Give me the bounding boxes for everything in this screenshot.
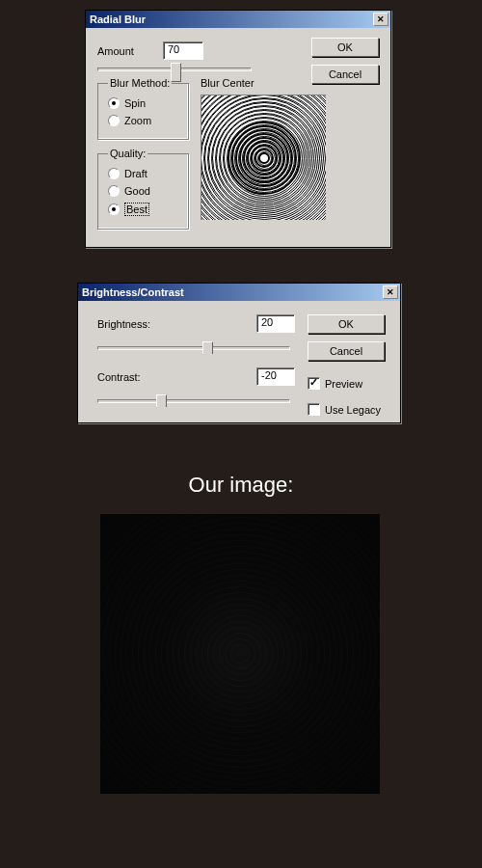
cancel-button[interactable]: Cancel	[308, 341, 385, 361]
window-title: Brightness/Contrast	[82, 286, 184, 298]
preview-checkbox[interactable]: Preview	[308, 374, 387, 393]
amount-label: Amount	[97, 45, 134, 57]
radio-spin[interactable]: Spin	[108, 95, 178, 112]
checkbox-icon	[308, 377, 320, 390]
titlebar[interactable]: Radial Blur ✕	[86, 11, 390, 28]
close-icon[interactable]: ✕	[383, 285, 398, 299]
legacy-label: Use Legacy	[325, 404, 381, 416]
slider-thumb[interactable]	[202, 341, 213, 355]
radio-label: Zoom	[124, 115, 151, 126]
checkbox-icon	[308, 403, 320, 416]
radio-label: Spin	[124, 97, 146, 109]
quality-group: Quality: Draft Good Best	[97, 148, 189, 230]
blur-method-legend: Blur Method:	[108, 77, 172, 89]
close-icon[interactable]: ✕	[373, 13, 388, 26]
contrast-input[interactable]: -20	[256, 367, 295, 386]
brightness-contrast-dialog: Brightness/Contrast ✕ OK Cancel Preview …	[77, 283, 401, 423]
ok-button[interactable]: OK	[308, 314, 385, 334]
slider-thumb[interactable]	[156, 394, 167, 408]
radio-icon	[108, 115, 120, 126]
legacy-checkbox[interactable]: Use Legacy	[308, 400, 387, 419]
brightness-label: Brightness:	[97, 318, 150, 330]
radio-icon	[108, 203, 120, 215]
radio-label: Draft	[124, 168, 147, 179]
titlebar[interactable]: Brightness/Contrast ✕	[78, 284, 400, 301]
radio-good[interactable]: Good	[108, 182, 178, 200]
radio-icon	[108, 168, 120, 179]
quality-legend: Quality:	[108, 148, 147, 159]
ok-button[interactable]: OK	[311, 38, 379, 57]
radio-best[interactable]: Best	[108, 200, 178, 219]
brightness-input[interactable]: 20	[256, 314, 295, 333]
radio-icon	[108, 97, 120, 109]
radio-label: Best	[124, 203, 149, 216]
preview-label: Preview	[325, 378, 362, 390]
radial-blur-dialog: Radial Blur ✕ OK Cancel Amount 70 Blur M…	[85, 10, 391, 248]
contrast-slider[interactable]	[97, 399, 290, 403]
amount-slider[interactable]	[97, 68, 252, 71]
cancel-button[interactable]: Cancel	[311, 65, 379, 84]
radio-draft[interactable]: Draft	[108, 165, 178, 182]
radio-zoom[interactable]: Zoom	[108, 112, 178, 129]
window-title: Radial Blur	[90, 14, 146, 25]
blur-center-preview[interactable]	[201, 95, 326, 220]
slider-thumb[interactable]	[171, 63, 181, 82]
amount-input[interactable]: 70	[163, 41, 203, 60]
contrast-label: Contrast:	[97, 371, 141, 383]
blur-method-group: Blur Method: Spin Zoom	[97, 77, 189, 140]
result-image	[100, 514, 380, 794]
result-caption: Our image:	[0, 473, 482, 498]
brightness-slider[interactable]	[97, 346, 290, 350]
radio-label: Good	[124, 185, 150, 197]
radio-icon	[108, 185, 120, 197]
